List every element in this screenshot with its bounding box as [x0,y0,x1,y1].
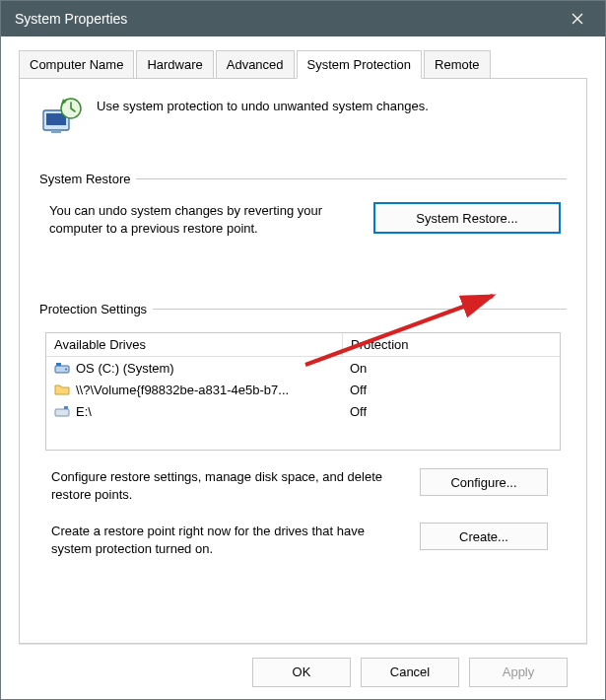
drive-label: \\?\Volume{f98832be-a831-4e5b-b7... [76,383,289,397]
table-header: Available Drives Protection [46,333,560,357]
drive-protection: On [342,361,560,376]
tab-hardware[interactable]: Hardware [136,50,213,79]
drive-protection: Off [342,404,560,419]
folder-icon [54,382,70,397]
drive-protection: Off [342,383,560,397]
svg-rect-2 [51,130,61,133]
system-restore-button[interactable]: System Restore... [373,202,561,234]
dialog-content: Computer Name Hardware Advanced System P… [1,36,605,699]
local-drive-icon [54,360,70,376]
drive-label: E:\ [76,404,92,419]
group-system-restore: System Restore You can undo system chang… [39,172,567,237]
svg-rect-9 [55,409,69,416]
col-available-drives[interactable]: Available Drives [46,333,342,356]
tab-computer-name[interactable]: Computer Name [19,50,134,79]
configure-description: Configure restore settings, manage disk … [51,468,406,503]
restore-description: You can undo system changes by reverting… [49,202,360,237]
system-protection-icon [39,97,83,140]
svg-rect-10 [64,406,68,409]
cancel-button[interactable]: Cancel [361,658,459,687]
tab-system-protection[interactable]: System Protection [297,50,423,79]
svg-rect-7 [56,363,61,366]
separator [153,309,567,310]
apply-button[interactable]: Apply [469,658,568,687]
svg-point-8 [65,369,67,371]
create-description: Create a restore point right now for the… [51,523,406,557]
intro-row: Use system protection to undo unwanted s… [39,97,567,140]
removable-drive-icon [54,403,70,419]
table-row[interactable]: E:\ Off [46,400,560,422]
tab-advanced[interactable]: Advanced [216,50,295,79]
system-protection-page: Use system protection to undo unwanted s… [19,78,587,644]
ok-button[interactable]: OK [252,658,351,687]
tab-row: Computer Name Hardware Advanced System P… [19,50,587,79]
group-caption-restore: System Restore [39,172,130,186]
dialog-footer: OK Cancel Apply [19,644,587,699]
drives-table: Available Drives Protection OS (C:) (Sys… [45,332,561,451]
group-protection-settings: Protection Settings Available Drives Pro… [39,302,567,557]
configure-button[interactable]: Configure... [420,468,548,496]
create-button[interactable]: Create... [420,523,548,550]
tab-remote[interactable]: Remote [424,50,491,79]
group-caption-protection: Protection Settings [39,302,147,316]
col-protection[interactable]: Protection [342,333,560,356]
system-properties-window: System Properties Computer Name Hardware… [0,0,606,700]
intro-text: Use system protection to undo unwanted s… [97,97,429,113]
table-row[interactable]: \\?\Volume{f98832be-a831-4e5b-b7... Off [46,379,560,400]
separator [136,178,567,179]
table-row[interactable]: OS (C:) (System) On [46,357,560,379]
close-icon[interactable] [564,5,591,33]
titlebar: System Properties [1,1,605,36]
drive-label: OS (C:) (System) [76,361,174,376]
window-title: System Properties [15,11,564,27]
